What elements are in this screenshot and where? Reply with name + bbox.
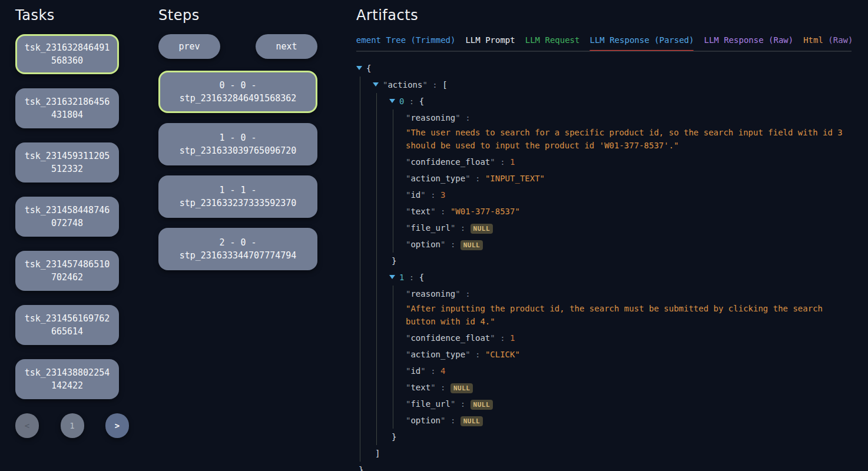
json-quote: " — [420, 366, 425, 376]
prev-step-button[interactable]: prev — [158, 34, 220, 59]
collapse-toggle-icon[interactable] — [356, 66, 362, 70]
json-colon: : — [436, 207, 450, 216]
tab-label: LLM Request — [525, 35, 580, 45]
tab-llm-prompt[interactable]: LLM Prompt — [465, 35, 515, 51]
json-number-value: 1 — [510, 333, 515, 343]
json-line: "The user needs to search for a specific… — [406, 126, 852, 154]
json-children: "reasoning" :"The user needs to search f… — [393, 110, 852, 253]
json-close-bracket: } — [392, 432, 396, 442]
tab-llm-response-raw[interactable]: LLM Response (Raw) — [704, 35, 793, 51]
artifacts-panel: Artifacts Element Tree (Trimmed)LLM Prom… — [356, 7, 852, 471]
json-node: 0 : {"reasoning" :"The user needs to sea… — [389, 93, 852, 269]
pagination-prev-button[interactable]: < — [15, 413, 39, 438]
json-null-badge: NULL — [450, 383, 473, 393]
json-line: "text" : NULL — [406, 379, 852, 396]
step-button[interactable]: 1 - 1 - stp_231633237333592370 — [158, 175, 317, 218]
json-quote: " — [455, 113, 460, 122]
json-key: confidence_float — [410, 333, 490, 343]
collapse-toggle-icon[interactable] — [389, 99, 395, 103]
artifacts-title: Artifacts — [356, 7, 852, 24]
json-quote: " — [430, 207, 435, 216]
json-close-bracket: } — [359, 465, 363, 471]
json-line: "text" : "W01-377-8537" — [406, 203, 852, 220]
json-colon: : — [455, 223, 470, 233]
json-colon: : — [426, 190, 440, 200]
json-key: option — [410, 240, 440, 249]
json-close-bracket: } — [392, 256, 396, 266]
task-button[interactable]: tsk_231632186456431804 — [15, 88, 119, 128]
json-colon: : — [445, 416, 460, 425]
tab-llm-response-parsed[interactable]: LLM Response (Parsed) — [589, 35, 694, 51]
json-colon: : — [404, 97, 419, 106]
step-button[interactable]: 1 - 0 - stp_231633039765096720 — [158, 123, 317, 165]
json-line: "file_url" : NULL — [406, 396, 852, 412]
json-colon: : — [436, 383, 450, 392]
json-key: reasoning — [410, 289, 455, 298]
json-colon: : — [426, 366, 440, 376]
json-line: "file_url" : NULL — [406, 220, 852, 236]
task-button[interactable]: tsk_231632846491568360 — [15, 34, 119, 74]
json-colon: : — [495, 333, 510, 343]
step-nav-row: prev next — [158, 34, 317, 59]
steps-title: Steps — [158, 7, 317, 24]
json-key: id — [410, 190, 420, 200]
json-colon: : — [428, 80, 442, 89]
json-colon: : — [404, 273, 419, 282]
json-line: } — [389, 253, 852, 269]
json-quote: " — [420, 190, 425, 200]
json-tree-viewer: {"actions" : [0 : {"reasoning" :"The use… — [356, 60, 852, 471]
pagination-next-button[interactable]: > — [105, 413, 129, 438]
json-colon: : — [445, 240, 460, 249]
json-line: "confidence_float" : 1 — [406, 154, 852, 170]
json-open-bracket: { — [419, 97, 424, 106]
json-children: 0 : {"reasoning" :"The user needs to sea… — [376, 93, 852, 445]
json-key: text — [410, 207, 430, 216]
task-button[interactable]: tsk_231458448746072748 — [15, 197, 119, 237]
tasks-title: Tasks — [15, 7, 119, 24]
pagination-page-1-button[interactable]: 1 — [61, 413, 84, 438]
json-null-badge: NULL — [471, 400, 493, 410]
task-button[interactable]: tsk_231457486510702462 — [15, 251, 119, 291]
json-line: } — [356, 462, 852, 471]
next-step-button[interactable]: next — [256, 34, 317, 59]
json-string-value: "After inputting the product id, the sea… — [406, 304, 823, 326]
json-line: "After inputting the product id, the sea… — [406, 302, 852, 330]
json-string-value: "W01-377-8537" — [450, 207, 520, 216]
json-line: "reasoning" : — [406, 286, 852, 302]
json-quote: " — [465, 350, 470, 359]
json-quote: " — [465, 174, 470, 183]
collapse-toggle-icon[interactable] — [373, 82, 379, 87]
json-key: id — [410, 366, 420, 376]
task-button[interactable]: tsk_231438802254142422 — [15, 359, 119, 399]
collapse-toggle-icon[interactable] — [389, 275, 395, 279]
json-key: confidence_float — [410, 157, 490, 167]
step-button[interactable]: 2 - 0 - stp_231633344707774794 — [158, 228, 317, 270]
json-key: action_type — [410, 174, 465, 183]
json-line: "reasoning" : — [406, 110, 852, 126]
tab-label: Element Tree (Trimmed) — [356, 35, 455, 45]
tab-element-tree-trimmed[interactable]: Element Tree (Trimmed) — [356, 35, 455, 51]
json-line: { — [356, 60, 852, 77]
json-number-value: 4 — [440, 366, 445, 376]
json-node: "actions" : [0 : {"reasoning" :"The user… — [373, 77, 852, 462]
json-number-value: 3 — [440, 190, 445, 200]
json-open-bracket: [ — [442, 80, 447, 89]
json-quote: " — [490, 333, 495, 343]
tab-html-raw[interactable]: Html (Raw) — [803, 35, 852, 51]
json-open-bracket: { — [419, 273, 424, 282]
json-null-badge: NULL — [471, 224, 493, 234]
task-button[interactable]: tsk_231459311205512332 — [15, 142, 119, 183]
tab-label: LLM Response (Raw) — [704, 35, 793, 45]
json-null-badge: NULL — [460, 240, 483, 250]
json-line: "actions" : [ — [373, 77, 852, 93]
json-colon: : — [460, 113, 471, 122]
step-button[interactable]: 0 - 0 - stp_231632846491568362 — [158, 71, 317, 113]
json-line: "action_type" : "INPUT_TEXT" — [406, 170, 852, 187]
task-button[interactable]: tsk_231456169762665614 — [15, 305, 119, 345]
tab-llm-request[interactable]: LLM Request — [525, 35, 580, 51]
task-list: tsk_231632846491568360tsk_23163218645643… — [15, 34, 119, 399]
tab-label: LLM Prompt — [465, 35, 515, 45]
json-line: ] — [373, 445, 852, 462]
steps-panel: Steps prev next 0 - 0 - stp_231632846491… — [158, 7, 317, 280]
json-number-value: 1 — [510, 157, 515, 167]
